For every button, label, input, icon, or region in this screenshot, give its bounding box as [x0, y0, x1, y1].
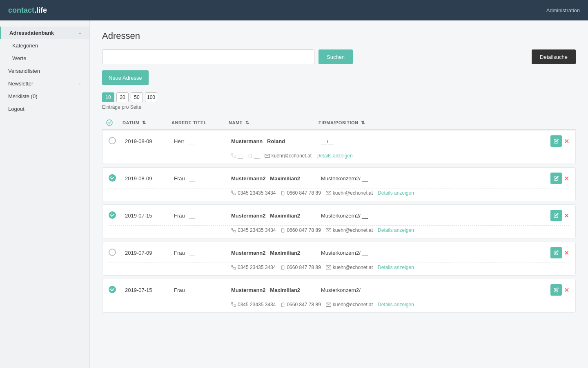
row-actions-top: ✕	[541, 173, 569, 184]
col-check-header	[106, 119, 122, 126]
row-salutation: Frau __	[174, 175, 231, 182]
sidebar-item-label: Werte	[12, 55, 26, 61]
svg-point-8	[109, 211, 116, 218]
card-bottom-row: __ __ kuehr@echonet.at Details anzeigen	[102, 153, 575, 164]
radio-unchecked[interactable]	[109, 249, 116, 256]
row-check[interactable]	[109, 249, 125, 257]
mobile-item: 0660 847 78 89	[281, 265, 321, 270]
radio-unchecked[interactable]	[109, 137, 116, 144]
search-button[interactable]: Suchen	[318, 49, 353, 64]
svg-point-15	[109, 286, 116, 293]
sidebar-item-adressdatenbank[interactable]: Adressdatenbank −	[0, 27, 89, 39]
delete-button[interactable]: ✕	[564, 137, 569, 145]
row-check[interactable]	[109, 286, 125, 294]
sidebar-item-logout[interactable]: Logout	[0, 103, 89, 115]
row-company: Musterkonzern2/ __	[321, 250, 427, 256]
edit-button[interactable]	[550, 247, 562, 258]
sidebar-item-kategorien[interactable]: Kategorien	[0, 39, 89, 52]
radio-checked[interactable]	[109, 211, 116, 219]
details-link[interactable]: Details anzeigen	[378, 227, 414, 233]
logo-contact: contact	[8, 6, 34, 14]
sidebar-item-label: Adressdatenbank	[9, 30, 54, 36]
email-text: kuehr@echonet.at	[333, 302, 373, 307]
edit-button[interactable]	[550, 284, 562, 296]
row-check[interactable]	[109, 211, 125, 220]
new-address-wrapper: Neue Adresse	[102, 70, 576, 92]
radio-checked[interactable]	[109, 174, 116, 182]
col-datum-header: DATUM ⇅	[122, 120, 172, 126]
delete-button[interactable]: ✕	[564, 249, 569, 257]
search-input[interactable]	[102, 49, 314, 64]
sidebar-item-merkliste[interactable]: Merkliste (0)	[0, 90, 89, 103]
main-content: Adressen Suchen Detailsuche Neue Adresse…	[90, 20, 588, 368]
svg-rect-1	[249, 154, 252, 157]
page-size-10[interactable]: 10	[102, 92, 114, 102]
email-item: kuehr@echonet.at	[326, 227, 373, 233]
card-bottom-row: 0345 23435 3434 0660 847 78 89 kuehr@ech…	[102, 190, 575, 201]
page-size-20[interactable]: 20	[116, 92, 129, 102]
sidebar-item-label: Kategorien	[12, 43, 38, 49]
contact-info: 0345 23435 3434 0660 847 78 89 kuehr@ech…	[231, 302, 541, 307]
phone-item: 0345 23435 3434	[231, 227, 276, 233]
delete-button[interactable]: ✕	[564, 286, 569, 294]
row-company: Musterkonzern2/ __	[321, 175, 427, 182]
row-check[interactable]	[109, 137, 125, 146]
sidebar-item-label: Logout	[8, 106, 24, 112]
row-name: Mustermann2 Maximilian2	[231, 213, 321, 219]
page-size-100[interactable]: 100	[145, 92, 157, 102]
card-top-row: 2019-07-15 Frau __ Mustermann2 Maximilia…	[102, 279, 575, 298]
phone-item: 0345 23435 3434	[231, 190, 276, 196]
mobile-text: 0660 847 78 89	[287, 302, 321, 307]
top-nav: contact.life Administration	[0, 0, 588, 20]
email-item: kuehr@echonet.at	[326, 265, 373, 270]
sidebar-item-newsletter[interactable]: Newsletter +	[0, 77, 89, 90]
sidebar: Adressdatenbank − Kategorien Werte Versa…	[0, 20, 90, 368]
sidebar-item-label: Merkliste (0)	[8, 93, 38, 99]
email-item: kuehr@echonet.at	[326, 302, 373, 307]
sidebar-item-versandlisten[interactable]: Versandlisten	[0, 65, 89, 77]
details-link[interactable]: Details anzeigen	[378, 265, 414, 270]
row-name: Mustermann2 Maximilian2	[231, 287, 321, 293]
pagination-sizes: 10 20 50 100	[102, 92, 576, 102]
row-salutation: Frau __	[174, 287, 231, 293]
phone-text: 0345 23435 3434	[238, 265, 276, 270]
phone-item: 0345 23435 3434	[231, 302, 276, 307]
logo-life: .life	[34, 6, 47, 14]
edit-button[interactable]	[550, 135, 562, 147]
edit-button[interactable]	[550, 210, 562, 221]
card-top-row: 2019-07-15 Frau __ Mustermann2 Maximilia…	[102, 205, 575, 224]
mobile-item: 0660 847 78 89	[281, 227, 321, 233]
sort-icon-name[interactable]: ⇅	[245, 120, 249, 125]
admin-link[interactable]: Administration	[546, 7, 580, 13]
sort-icon-firma[interactable]: ⇅	[361, 120, 365, 125]
col-anrede-header: ANREDE TITEL	[172, 120, 229, 125]
details-link[interactable]: Details anzeigen	[316, 153, 353, 159]
email-text: kuehr@echonet.at	[272, 153, 312, 159]
row-check[interactable]	[109, 174, 125, 183]
col-firma-header: FIRMA/POSITION ⇅	[318, 120, 425, 126]
card-separator	[109, 263, 569, 263]
svg-rect-5	[282, 191, 284, 195]
mobile-text: 0660 847 78 89	[287, 265, 321, 270]
contact-info: 0345 23435 3434 0660 847 78 89 kuehr@ech…	[231, 265, 541, 270]
delete-button[interactable]: ✕	[564, 175, 569, 182]
new-address-button[interactable]: Neue Adresse	[102, 70, 149, 85]
mobile-text: 0660 847 78 89	[287, 227, 321, 233]
radio-checked[interactable]	[109, 286, 116, 293]
details-link[interactable]: Details anzeigen	[378, 190, 414, 196]
sidebar-item-werte[interactable]: Werte	[0, 52, 89, 65]
row-salutation: Herr __	[174, 138, 231, 144]
row-date: 2019-07-09	[125, 250, 174, 256]
mobile-item: 0660 847 78 89	[281, 190, 321, 196]
sort-icon-datum[interactable]: ⇅	[142, 120, 146, 125]
page-size-50[interactable]: 50	[131, 92, 143, 102]
detail-search-button[interactable]: Detailsuche	[532, 49, 576, 64]
email-item: kuehr@echonet.at	[265, 153, 312, 159]
table-header: DATUM ⇅ ANREDE TITEL NAME ⇅ FIRMA/POSITI…	[102, 116, 576, 130]
edit-button[interactable]	[550, 173, 562, 184]
contact-info: 0345 23435 3434 0660 847 78 89 kuehr@ech…	[231, 190, 541, 196]
address-card: 2019-07-15 Frau __ Mustermann2 Maximilia…	[102, 279, 576, 313]
delete-button[interactable]: ✕	[564, 212, 569, 220]
details-link[interactable]: Details anzeigen	[378, 302, 414, 307]
row-company: Musterkonzern2/ __	[321, 287, 427, 293]
